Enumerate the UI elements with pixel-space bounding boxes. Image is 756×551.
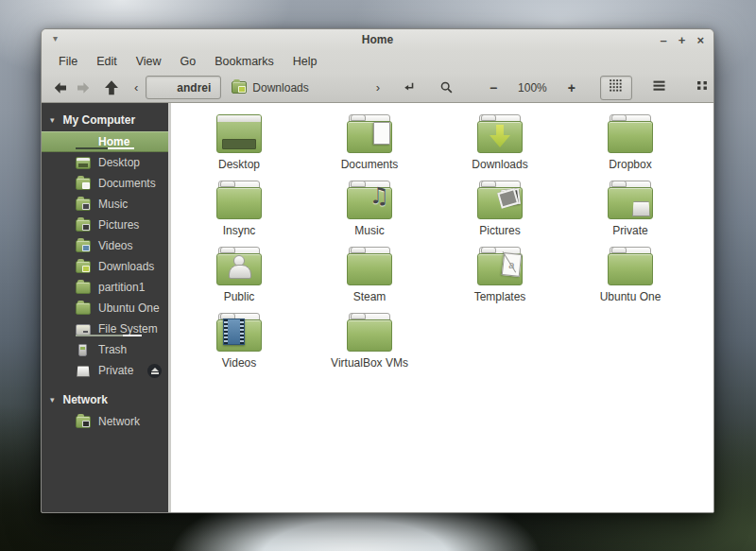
sidebar-item-label: Videos [98,239,132,252]
file-item-ubuntu-one[interactable]: Ubuntu One [571,247,690,313]
compact-view-button[interactable] [687,76,714,100]
sidebar-item-file-system[interactable]: File System [42,319,168,339]
eject-button[interactable] [147,364,162,378]
breadcrumb: andreiDownloads [146,76,318,99]
sidebar-item-label: Pictures [98,218,139,232]
minimize-button[interactable]: – [661,34,667,46]
folder-icon [76,282,91,294]
sidebar-item-partition1[interactable]: partition1 [42,277,168,298]
file-item-dropbox[interactable]: Dropbox [571,114,690,181]
list-view-button[interactable] [644,76,676,100]
file-item-label: Videos [222,356,256,370]
sidebar-item-videos[interactable]: Videos [42,235,168,256]
titlebar[interactable]: ▾ Home –+× [42,29,713,50]
file-item-documents[interactable]: Documents [310,114,429,181]
menu-go[interactable]: Go [171,51,206,72]
menubar: FileEditViewGoBookmarksHelp [42,50,713,73]
sidebar-item-label: partition1 [98,281,145,294]
expander-icon[interactable]: ▾ [50,115,55,125]
crumb-downloads[interactable]: Downloads [221,76,318,99]
folder-icon [347,247,392,285]
sidebar-item-trash[interactable]: Trash [42,339,168,360]
paper-emblem-icon [373,122,390,145]
sidebar-section-label: My Computer [63,113,136,127]
sidebar-item-label: Documents [98,177,156,190]
file-grid[interactable]: DesktopDocumentsDownloadsDropboxInsync♫M… [171,103,713,512]
folder-icon-template: a [477,247,523,285]
folder-downloads-icon [232,81,247,94]
file-item-label: Insync [223,224,256,237]
search-icon[interactable] [435,76,457,99]
file-item-private[interactable]: Private [571,181,690,247]
folder-icon-music-note: ♫ [347,181,392,219]
forward-button[interactable] [72,76,94,99]
home-icon [76,136,91,148]
menu-bookmarks[interactable]: Bookmarks [205,51,284,72]
file-item-steam[interactable]: Steam [310,247,429,313]
breadcrumb-scroll-left[interactable]: ‹ [130,80,142,95]
window-title: Home [42,33,713,46]
up-button[interactable] [100,76,123,99]
file-item-label: Downloads [472,158,527,171]
zoom-out-button[interactable]: − [482,76,505,99]
sidebar-section-my-computer[interactable]: ▾My Computer [42,109,168,131]
toggle-location-entry-icon[interactable] [397,76,420,99]
folder-documents-icon [76,178,91,190]
icon-view-button[interactable] [600,76,632,100]
folder-icon-box [608,181,653,219]
folder-icon [608,114,653,153]
sidebar-item-label: Network [98,415,140,428]
desktop-icon [216,114,262,153]
folder-icon-down-arrow [477,114,523,153]
file-item-insync[interactable]: Insync [180,181,299,247]
file-item-desktop[interactable]: Desktop [180,114,299,181]
menu-help[interactable]: Help [284,51,327,72]
file-item-videos[interactable]: Videos [180,313,299,379]
file-item-label: Desktop [218,158,260,171]
sidebar-item-pictures[interactable]: Pictures [42,215,168,235]
sidebar-item-network[interactable]: Network [42,411,168,432]
breadcrumb-scroll-right[interactable]: › [372,80,384,95]
desktop-wallpaper: ▾ Home –+× FileEditViewGoBookmarksHelp ‹… [0,0,756,551]
file-item-templates[interactable]: aTemplates [440,247,559,313]
sidebar-section-gap [42,381,168,388]
file-item-pictures[interactable]: Pictures [440,181,559,247]
sidebar-item-desktop[interactable]: Desktop [42,152,168,173]
desktop-icon [76,157,91,169]
person-emblem-icon [229,255,249,279]
folder-icon-photo [477,181,523,219]
sidebar-item-label: Music [98,198,128,211]
file-item-virtualbox-vms[interactable]: VirtualBox VMs [310,313,429,379]
crumb-label: Downloads [252,81,308,95]
file-item-public[interactable]: Public [180,247,299,313]
file-manager-window: ▾ Home –+× FileEditViewGoBookmarksHelp ‹… [41,28,714,513]
menu-view[interactable]: View [127,51,171,72]
disk-usage-bar [76,147,134,149]
file-item-label: VirtualBox VMs [331,356,408,370]
file-item-downloads[interactable]: Downloads [440,114,559,181]
back-button[interactable] [49,76,72,99]
file-item-label: Music [354,224,384,237]
sidebar-item-label: Ubuntu One [98,301,160,315]
sidebar-item-label: Desktop [98,156,140,169]
sidebar-item-ubuntu-one[interactable]: Ubuntu One [42,298,168,319]
sidebar-item-private[interactable]: Private [42,360,168,381]
sidebar-item-music[interactable]: Music [42,194,168,215]
menu-edit[interactable]: Edit [87,51,127,72]
sidebar-item-documents[interactable]: Documents [42,173,168,194]
file-item-music[interactable]: ♫Music [310,181,429,247]
sidebar-section-label: Network [63,393,108,406]
trash-icon [76,344,91,356]
menu-file[interactable]: File [49,51,87,72]
maximize-button[interactable]: + [679,34,686,46]
expander-icon[interactable]: ▾ [50,395,55,405]
folder-icon-person [216,247,262,285]
file-item-label: Private [612,224,647,237]
zoom-in-button[interactable]: + [560,76,583,99]
sidebar-section-network[interactable]: ▾Network [42,388,168,411]
crumb-andrei[interactable]: andrei [146,76,221,99]
folder-icon-paper [347,114,392,153]
close-button[interactable]: × [696,34,704,46]
sidebar-item-downloads[interactable]: Downloads [42,256,168,277]
sidebar-item-home[interactable]: Home [42,131,168,152]
